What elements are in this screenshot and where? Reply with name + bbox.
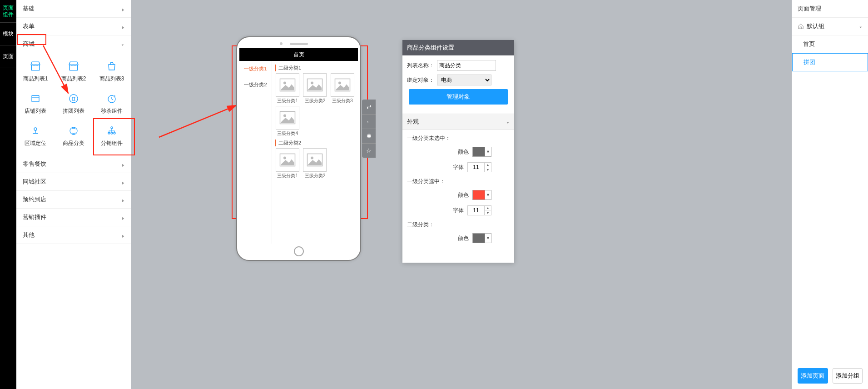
sidebar-tab-page-components[interactable]: 页面组件 xyxy=(0,0,16,23)
section-heading-level2: 二级分类： xyxy=(407,221,510,229)
category-section-title: 二级分类2 xyxy=(275,140,355,146)
storefront-icon xyxy=(30,60,41,72)
category-card[interactable]: 三级分类4 xyxy=(275,106,300,137)
category-card[interactable]: 三级分类2 xyxy=(302,148,327,179)
spinner-down-icon[interactable]: ▼ xyxy=(485,167,491,172)
category-card[interactable]: 三级分类2 xyxy=(302,73,327,104)
page-item-pintuan[interactable]: 拼团 xyxy=(792,53,868,71)
location-icon xyxy=(30,125,41,137)
accordion-mall[interactable]: 商城 xyxy=(16,35,131,53)
page-manager-title: 页面管理 xyxy=(792,0,868,18)
color-picker-unselected[interactable]: ▼ xyxy=(472,147,491,157)
component-group-buy-list[interactable]: 拼团列表 xyxy=(55,88,93,120)
component-product-list-2[interactable]: 商品列表2 xyxy=(55,56,93,88)
color-box xyxy=(473,147,485,156)
category-grid: 三级分类1 三级分类2 xyxy=(275,148,355,179)
chevron-down-icon xyxy=(506,119,510,125)
page-group-label: 默认组 xyxy=(807,22,824,30)
component-store-list[interactable]: 店铺列表 xyxy=(16,88,55,120)
sidebar-tab-modules[interactable]: 模块 xyxy=(0,23,16,45)
category-level1-item[interactable]: 一级分类1 xyxy=(239,61,272,77)
annotation-arrow-2 xyxy=(154,102,245,143)
accordion-reserve[interactable]: 预约到店 xyxy=(16,191,131,209)
category-card[interactable]: 三级分类1 xyxy=(275,73,300,104)
appearance-accordion[interactable]: 外观 xyxy=(402,114,514,130)
image-placeholder-icon xyxy=(276,148,299,172)
font-size-input[interactable] xyxy=(468,206,484,215)
phone-content[interactable]: 一级分类1 一级分类2 二级分类1 三级分类1 三级分类2 三级分类3 三级分类… xyxy=(239,61,358,244)
spinner-down-icon[interactable]: ▼ xyxy=(485,210,491,215)
page-manager-panel: 页面管理 默认组 首页 拼团 添加页面 添加分组 xyxy=(792,0,868,389)
color-picker-selected[interactable]: ▼ xyxy=(472,190,491,200)
accordion-marketing[interactable]: 营销插件 xyxy=(16,209,131,226)
page-group-default[interactable]: 默认组 xyxy=(792,18,868,35)
svg-point-7 xyxy=(111,132,113,134)
spinner-up-icon[interactable]: ▲ xyxy=(485,206,491,210)
svg-rect-0 xyxy=(32,95,39,102)
category-grid: 三级分类1 三级分类2 三级分类3 三级分类4 xyxy=(275,73,355,137)
bind-object-label: 绑定对象： xyxy=(407,76,434,84)
shop-icon xyxy=(30,93,41,105)
manage-object-button[interactable]: 管理对象 xyxy=(409,89,508,105)
chevron-right-icon xyxy=(122,161,124,168)
accordion-other[interactable]: 其他 xyxy=(16,226,131,244)
phone-speaker xyxy=(290,43,308,45)
category-card[interactable]: 三级分类3 xyxy=(330,73,355,104)
phone-title-bar: 首页 xyxy=(239,48,358,61)
category-label: 三级分类3 xyxy=(332,98,353,104)
tool-star-icon[interactable]: ☆ xyxy=(362,143,376,158)
image-placeholder-icon xyxy=(303,73,327,97)
sidebar-tab-pages[interactable]: 页面 xyxy=(0,45,16,68)
chevron-down-icon xyxy=(859,22,863,30)
left-dark-sidebar: 页面组件 模块 页面 xyxy=(0,0,16,389)
component-area-location[interactable]: 区域定位 xyxy=(16,120,55,153)
hierarchy-icon xyxy=(106,125,118,137)
tool-back-icon[interactable]: ← xyxy=(362,114,376,129)
category-label: 三级分类1 xyxy=(277,98,298,104)
component-label: 商品分类 xyxy=(63,140,84,147)
accordion-form[interactable]: 表单 xyxy=(16,18,131,35)
accordion-basic[interactable]: 基础 xyxy=(16,0,131,18)
component-product-category[interactable]: 商品分类 xyxy=(55,120,93,153)
tool-share-icon[interactable]: ✱ xyxy=(362,129,376,143)
component-label: 店铺列表 xyxy=(25,107,46,115)
component-label: 秒杀组件 xyxy=(101,107,123,115)
font-size-spinner-selected[interactable]: ▲▼ xyxy=(467,205,491,215)
category-section-title: 二级分类1 xyxy=(275,65,355,71)
property-panel: 商品分类组件设置 列表名称： 绑定对象： 电商 管理对象 外观 一级分类未选中：… xyxy=(402,40,514,263)
font-size-spinner-unselected[interactable]: ▲▼ xyxy=(467,162,491,172)
color-picker-level2[interactable]: ▼ xyxy=(472,233,491,243)
component-product-list-3[interactable]: 商品列表3 xyxy=(93,56,131,88)
add-page-button[interactable]: 添加页面 xyxy=(798,368,828,384)
component-label: 分销组件 xyxy=(101,140,123,147)
svg-point-5 xyxy=(111,127,113,129)
property-panel-title: 商品分类组件设置 xyxy=(402,40,514,55)
accordion-retail[interactable]: 零售餐饮 xyxy=(16,155,131,173)
category-card[interactable]: 三级分类1 xyxy=(275,148,300,179)
chevron-right-icon xyxy=(122,196,124,203)
svg-point-14 xyxy=(311,82,313,85)
phone-mockup: 首页 一级分类1 一级分类2 二级分类1 三级分类1 三级分类2 三级分类3 三… xyxy=(236,36,361,261)
component-product-list-1[interactable]: 商品列表1 xyxy=(16,56,55,88)
chevron-right-icon xyxy=(122,214,124,221)
bag-icon xyxy=(106,60,118,72)
accordion-community[interactable]: 同城社区 xyxy=(16,173,131,191)
category-level1-item[interactable]: 一级分类2 xyxy=(239,77,272,93)
add-group-button[interactable]: 添加分组 xyxy=(833,368,863,384)
tool-swap-icon[interactable]: ⇄ xyxy=(362,100,376,114)
page-item-home[interactable]: 首页 xyxy=(792,35,868,53)
color-box xyxy=(473,234,485,243)
spinner-up-icon[interactable]: ▲ xyxy=(485,163,491,167)
image-placeholder-icon xyxy=(276,106,299,130)
list-name-label: 列表名称： xyxy=(407,62,434,70)
component-flash-sale[interactable]: 秒杀组件 xyxy=(93,88,131,120)
bind-object-select[interactable]: 电商 xyxy=(437,75,491,85)
image-placeholder-icon xyxy=(331,73,354,97)
list-name-input[interactable] xyxy=(437,60,496,71)
font-size-input[interactable] xyxy=(468,163,484,172)
component-label: 商品列表1 xyxy=(23,75,48,83)
phone-camera-dot xyxy=(280,42,283,45)
storefront-icon xyxy=(68,60,79,72)
component-distribution[interactable]: 分销组件 xyxy=(93,120,131,153)
svg-point-1 xyxy=(69,95,78,103)
